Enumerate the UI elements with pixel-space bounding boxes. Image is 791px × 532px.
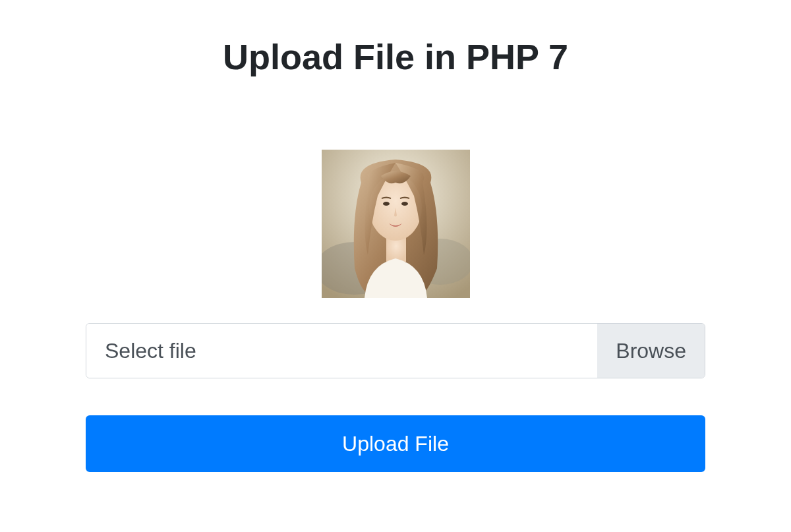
image-preview — [322, 150, 470, 298]
svg-point-6 — [401, 202, 408, 206]
file-input-placeholder: Select file — [86, 324, 597, 378]
browse-button[interactable]: Browse — [597, 324, 705, 378]
page-title: Upload File in PHP 7 — [223, 36, 568, 77]
svg-point-5 — [383, 202, 390, 206]
file-input-group[interactable]: Select file Browse — [86, 323, 705, 378]
upload-button[interactable]: Upload File — [86, 415, 705, 472]
upload-form: Select file Browse Upload File — [86, 323, 705, 472]
